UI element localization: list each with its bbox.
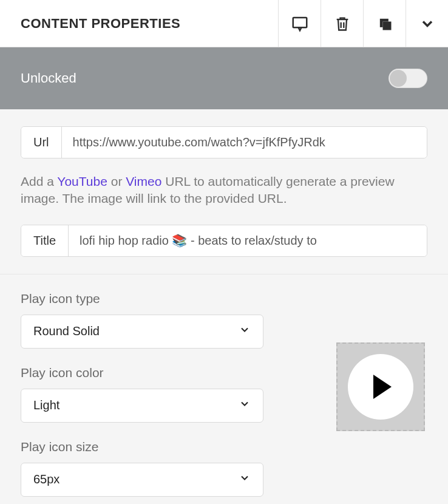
title-field-row: Title	[21, 225, 427, 257]
play-icon-type-label: Play icon type	[21, 291, 288, 306]
play-icon-size-label: Play icon size	[21, 440, 288, 454]
panel-title: CONTENT PROPERTIES	[0, 0, 278, 47]
toggle-knob	[390, 70, 407, 87]
collapse-button[interactable]	[406, 0, 448, 47]
delete-button[interactable]	[321, 0, 363, 47]
play-icon-size-select[interactable]: 65px	[21, 463, 263, 497]
lock-bar: Unlocked	[0, 47, 448, 109]
title-label: Title	[21, 225, 69, 256]
play-icon-size-value: 65px	[33, 472, 59, 486]
comment-icon	[291, 15, 309, 33]
chevron-down-icon	[239, 398, 251, 413]
title-input[interactable]	[69, 225, 427, 256]
content-section: Url Add a YouTube or Vimeo URL to automa…	[0, 109, 448, 274]
vimeo-link[interactable]: Vimeo	[126, 174, 161, 188]
lock-status-label: Unlocked	[21, 70, 76, 86]
play-icon-type-select[interactable]: Round Solid	[21, 315, 263, 349]
properties-header: CONTENT PROPERTIES	[0, 0, 448, 47]
svg-rect-3	[382, 21, 391, 30]
play-icon-section: Play icon type Round Solid Play icon col…	[0, 274, 448, 504]
play-icon-color-value: Light	[33, 398, 59, 412]
play-icon-preview	[336, 342, 425, 431]
lock-toggle[interactable]	[389, 69, 427, 88]
chevron-down-icon	[239, 472, 251, 487]
play-icon-color-select[interactable]: Light	[21, 389, 263, 423]
trash-icon	[334, 15, 351, 33]
play-icon-color-label: Play icon color	[21, 366, 288, 380]
url-label: Url	[21, 127, 62, 158]
chevron-down-icon	[239, 324, 251, 339]
play-circle	[348, 354, 413, 420]
url-field-row: Url	[21, 126, 427, 158]
youtube-link[interactable]: YouTube	[57, 174, 107, 188]
play-icon-preview-wrap	[336, 342, 427, 497]
svg-rect-0	[293, 18, 307, 27]
url-input[interactable]	[62, 127, 427, 158]
copy-icon	[376, 15, 393, 32]
helper-middle: or	[107, 174, 126, 188]
play-icon	[373, 375, 392, 399]
comment-button[interactable]	[278, 0, 321, 47]
play-icon-type-value: Round Solid	[33, 324, 100, 338]
chevron-down-icon	[419, 15, 436, 32]
helper-text: Add a YouTube or Vimeo URL to automatica…	[21, 173, 427, 208]
duplicate-button[interactable]	[363, 0, 406, 47]
play-controls: Play icon type Round Solid Play icon col…	[21, 291, 288, 497]
helper-prefix: Add a	[21, 174, 57, 188]
